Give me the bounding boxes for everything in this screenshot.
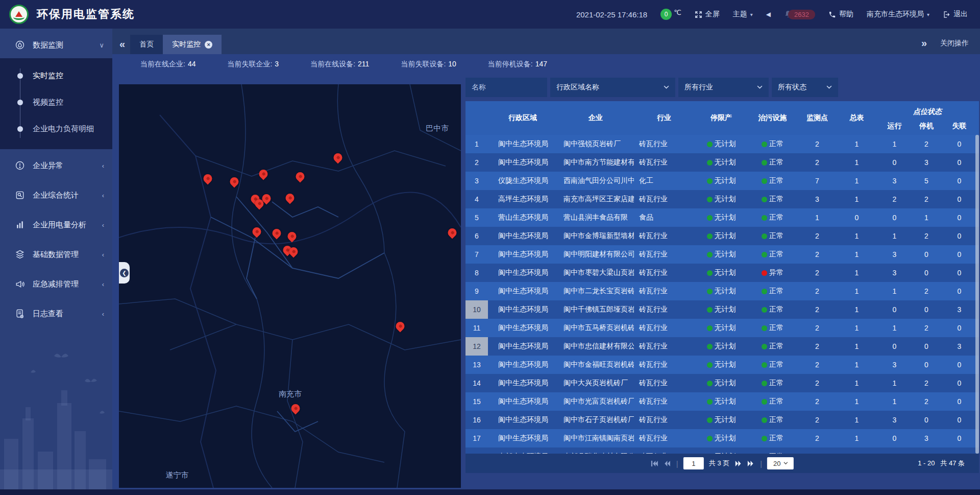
table-row[interactable]: 13阆中生态环境局阆中市金福旺页岩机砖砖瓦行业无计划正常21300: [465, 356, 979, 374]
chevron-down-icon: ▾: [750, 12, 753, 17]
table-row[interactable]: 6阆中生态环境局阆中市金博瑞新型墙材砖瓦行业无计划正常21120: [465, 227, 979, 245]
tab-home[interactable]: 首页: [130, 35, 163, 54]
prev-page-button[interactable]: [664, 460, 671, 467]
map[interactable]: ❮ 巴中市南充市遂宁市: [119, 84, 461, 488]
cell-monitor-count: 2: [797, 447, 838, 454]
cell-industry: 砖瓦行业: [634, 392, 694, 411]
cell-region: 仪陇生态环境局: [488, 172, 557, 190]
cell-lost-count: 0: [940, 153, 979, 172]
sidebar-subitem-实时监控[interactable]: 实时监控: [0, 62, 112, 89]
table-row[interactable]: 18南部生态环境局南部县瑞华建材有限公砖瓦行业无计划正常21030: [465, 447, 979, 454]
table-row[interactable]: 10阆中生态环境局阆中千佛镇五郎垭页岩砖瓦行业无计划正常21003: [465, 300, 979, 319]
last-page-button[interactable]: [747, 460, 755, 467]
cell-company: 南部县瑞华建材有限公: [557, 447, 634, 454]
cell-monitor-count: 2: [797, 264, 838, 282]
cell-plan-status: 无计划: [694, 356, 748, 374]
cell-company: 阆中市枣碧大梁山页岩: [557, 264, 634, 282]
notifications[interactable]: 2632: [784, 10, 815, 19]
cell-run-count: 0: [876, 153, 913, 172]
sidebar-item-应急减排管理[interactable]: 应急减排管理‹: [0, 271, 112, 297]
status-dot-icon: [762, 178, 767, 184]
stat-label: 当前在线企业:: [140, 60, 185, 68]
tabs-scroll-left-icon[interactable]: «: [112, 38, 130, 54]
tab-close-icon[interactable]: ×: [205, 41, 212, 49]
theme-menu[interactable]: 主题 ▾: [733, 10, 753, 19]
page-size-select[interactable]: 20: [767, 457, 794, 469]
name-search-input[interactable]: 名称: [465, 78, 547, 97]
region-select[interactable]: 行政区域名称: [550, 78, 675, 97]
sidebar-subitem-企业电力负荷明细[interactable]: 企业电力负荷明细: [0, 115, 112, 142]
table-row[interactable]: 14阆中生态环境局阆中大兴页岩机砖厂砖瓦行业无计划正常21120: [465, 374, 979, 392]
table-row[interactable]: 3仪陇生态环境局西南油气田分公司川中化工无计划正常71350: [465, 172, 979, 190]
status-dot-icon: [762, 252, 767, 257]
chevron-down-icon: ▾: [927, 12, 929, 17]
tabs-scroll-right-icon[interactable]: »: [921, 37, 927, 49]
cell-rownum: 12: [465, 337, 488, 356]
help-button[interactable]: 帮助: [828, 10, 853, 19]
sidebar-item-企业综合统计[interactable]: 企业综合统计‹: [0, 182, 112, 208]
status-dot-icon: [762, 289, 767, 294]
cell-run-count: 1: [876, 392, 913, 411]
map-collapse-handle[interactable]: ❮: [119, 262, 130, 284]
cell-stop-count: 0: [913, 337, 940, 356]
sidebar-item-企业用电量分析[interactable]: 企业用电量分析‹: [0, 211, 112, 238]
cell-industry: 砖瓦行业: [634, 190, 694, 208]
cell-facility-status: 正常: [748, 429, 797, 447]
cell-run-count: 3: [876, 172, 913, 190]
stats-bar: 当前在线企业:44当前失联企业:3当前在线设备:211当前失联设备:10当前停机…: [140, 57, 547, 72]
cell-facility-status: 正常: [748, 356, 797, 374]
chevron-left-icon: ‹: [102, 162, 104, 170]
sidebar-item-数据监测[interactable]: 数据监测∨: [0, 32, 112, 58]
exit-button[interactable]: 退出: [943, 10, 968, 19]
sidebar-item-日志查看[interactable]: 日志查看‹: [0, 300, 112, 327]
sidebar-item-基础数据管理[interactable]: 基础数据管理‹: [0, 241, 112, 268]
cell-stop-count: 3: [913, 153, 940, 172]
stat-label: 当前失联设备:: [401, 60, 446, 68]
table-row[interactable]: 5营山生态环境局营山县润丰食品有限食品无计划正常10010: [465, 208, 979, 227]
cell-monitor-count: 2: [797, 392, 838, 411]
cell-stop-count: 5: [913, 172, 940, 190]
cell-stop-count: 0: [913, 300, 940, 319]
sidebar-item-企业异常[interactable]: 企业异常‹: [0, 152, 112, 179]
stat-label: 当前在线设备:: [310, 60, 355, 68]
cell-region: 阆中生态环境局: [488, 300, 557, 319]
status-dot-icon: [707, 215, 713, 221]
status-dot-icon: [762, 215, 767, 221]
table-row[interactable]: 16阆中生态环境局阆中市石子页岩机砖厂砖瓦行业无计划正常21300: [465, 411, 979, 429]
table-body: 1阆中生态环境局阆中强锐页岩砖厂砖瓦行业无计划正常211202阆中生态环境局阆中…: [465, 135, 979, 454]
cell-monitor-count: 2: [797, 135, 838, 153]
table-row[interactable]: 7阆中生态环境局阆中明阳建材有限公司砖瓦行业无计划正常21300: [465, 245, 979, 264]
table-row[interactable]: 4高坪生态环境局南充市高坪区王家店建砖瓦行业无计划正常31220: [465, 190, 979, 208]
status-dot-icon: [762, 344, 767, 349]
cell-lost-count: 0: [940, 245, 979, 264]
first-page-button[interactable]: [651, 460, 658, 467]
fullscreen-button[interactable]: 全屏: [695, 10, 720, 19]
table-row[interactable]: 12阆中生态环境局阆中市忠信建材有限公砖瓦行业无计划正常21003: [465, 337, 979, 356]
cell-lost-count: 0: [940, 319, 979, 337]
table-row[interactable]: 15阆中生态环境局阆中市光富页岩机砖厂砖瓦行业无计划正常21120: [465, 392, 979, 411]
table-row[interactable]: 17阆中生态环境局阆中市江南镇阆南页岩砖瓦行业无计划正常21030: [465, 429, 979, 447]
cell-company: 阆中千佛镇五郎垭页岩: [557, 300, 634, 319]
cell-rownum: 5: [465, 208, 488, 227]
table-row[interactable]: 8阆中生态环境局阆中市枣碧大梁山页岩砖瓦行业无计划异常21300: [465, 264, 979, 282]
industry-select[interactable]: 所有行业: [678, 78, 769, 97]
speaker-icon[interactable]: ◀: [766, 11, 771, 18]
status-select[interactable]: 所有状态: [772, 78, 838, 97]
close-operations-button[interactable]: 关闭操作: [940, 39, 969, 48]
table-row[interactable]: 9阆中生态环境局阆中市二龙长宝页岩砖砖瓦行业无计划正常21120: [465, 282, 979, 300]
cell-company: 阆中市二龙长宝页岩砖: [557, 282, 634, 300]
table-scrollbar[interactable]: [975, 135, 979, 454]
cell-industry: 砖瓦行业: [634, 227, 694, 245]
map-city-label: 巴中市: [426, 124, 449, 133]
tab-realtime-monitor[interactable]: 实时监控 ×: [163, 35, 222, 54]
table-row[interactable]: 2阆中生态环境局阆中市南方节能建材有砖瓦行业无计划正常21030: [465, 153, 979, 172]
table-row[interactable]: 11阆中生态环境局阆中市五马桥页岩机砖砖瓦行业无计划正常21120: [465, 319, 979, 337]
next-page-button[interactable]: [734, 460, 742, 467]
sidebar-subitem-视频监控[interactable]: 视频监控: [0, 89, 112, 115]
cell-region: 营山生态环境局: [488, 208, 557, 227]
org-menu[interactable]: 南充市生态环境局 ▾: [867, 10, 929, 19]
current-page-input[interactable]: 1: [683, 457, 704, 469]
sidebar-menu: 数据监测∨实时监控视频监控企业电力负荷明细企业异常‹企业综合统计‹企业用电量分析…: [0, 32, 112, 327]
cell-region: 阆中生态环境局: [488, 411, 557, 429]
table-row[interactable]: 1阆中生态环境局阆中强锐页岩砖厂砖瓦行业无计划正常21120: [465, 135, 979, 153]
